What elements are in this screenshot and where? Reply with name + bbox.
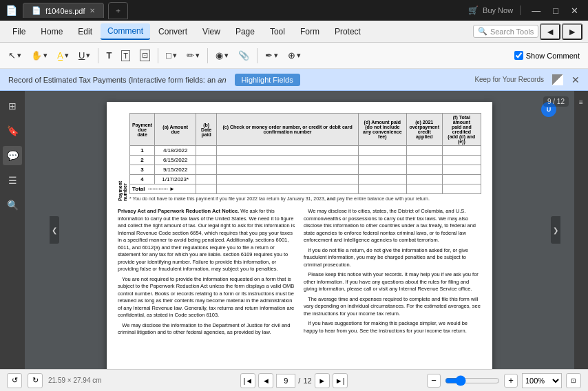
hand-icon: ✋ — [31, 50, 42, 61]
highlight-fields-button[interactable]: Highlight Fields — [235, 74, 300, 86]
table-row: 1 4/18/2022 — [130, 146, 481, 156]
menu-file[interactable]: File — [6, 24, 32, 39]
right-panel-toggle[interactable]: ≡ — [576, 96, 587, 107]
menu-convert[interactable]: Convert — [151, 24, 194, 39]
zoom-slider[interactable] — [445, 375, 500, 386]
statusbar-right: − + 100% 75% 125% 150% 200% ⊡ — [353, 373, 581, 388]
row-3-d — [406, 165, 442, 175]
notification-close-button[interactable]: ✕ — [571, 74, 580, 85]
scroll-right-indicator[interactable]: ❯ — [551, 216, 560, 244]
payment-table: Paymentduedate (a) Amountdue (b) Datepai… — [129, 113, 481, 194]
underline-icon: U — [78, 50, 85, 61]
zoom-out-button[interactable]: − — [427, 374, 441, 388]
col-amount-paid: (d) Amount paid(do not includeany conven… — [358, 114, 406, 146]
menu-tool[interactable]: Tool — [263, 24, 292, 39]
underline-tool-button[interactable]: U ▾ — [74, 46, 94, 65]
tab-file-icon: 📄 — [32, 6, 41, 15]
close-button[interactable]: ✕ — [567, 4, 582, 17]
tab-close-icon[interactable]: ✕ — [90, 7, 95, 14]
fit-page-button[interactable]: ⊡ — [566, 373, 581, 388]
row-3-f — [442, 165, 481, 175]
row-1-c — [358, 146, 406, 156]
toolbar-sep-3 — [207, 48, 208, 63]
row-3-a — [196, 165, 217, 175]
measure-tool-button[interactable]: ⊕ ▾ — [284, 46, 305, 65]
row-4-num: 4 — [130, 175, 155, 184]
panel-comments-button[interactable]: 💬 — [3, 146, 22, 165]
hand-dropdown-icon: ▾ — [43, 51, 48, 60]
minimize-button[interactable]: — — [527, 4, 545, 17]
first-page-button[interactable]: |◄ — [240, 373, 255, 388]
col-total: (f) Total amountpaid and credited(add (d… — [442, 114, 481, 146]
menu-edit[interactable]: Edit — [71, 24, 99, 39]
show-comment-area: Show Comment — [514, 51, 584, 60]
zoom-level-select[interactable]: 100% 75% 125% 150% 200% — [522, 373, 562, 388]
attach-icon: 📎 — [238, 50, 249, 61]
highlight-tool-button[interactable]: A̲ ▾ — [53, 46, 73, 65]
menu-view[interactable]: View — [196, 24, 227, 39]
stamp-tool-button[interactable]: ◉ ▾ — [211, 46, 233, 65]
attach-tool-button[interactable]: 📎 — [234, 46, 253, 65]
toolbar-sep-2 — [158, 48, 158, 63]
total-a — [196, 184, 217, 194]
privacy-r1: We may disclose it to cities, states, th… — [304, 208, 481, 244]
new-tab-button[interactable]: ＋ — [108, 2, 128, 19]
menu-page[interactable]: Page — [229, 24, 262, 39]
toolbar: ↖ ▾ ✋ ▾ A̲ ▾ U ▾ T T ⊡ □ ▾ ✏ ▾ ◉ ▾ 📎 ✒ ▾ — [0, 43, 588, 69]
row-4-c — [358, 175, 406, 184]
pdf-viewport[interactable]: U Paymentnumber Paymentduedate (a) Amoun… — [25, 91, 574, 369]
shape-tool-button[interactable]: □ ▾ — [162, 46, 181, 65]
rotate-ccw-button[interactable]: ↺ — [7, 373, 22, 388]
pdf-table-section: Paymentnumber Paymentduedate (a) Amountd… — [118, 113, 481, 201]
nav-back-button[interactable]: ◄ — [540, 23, 560, 40]
menu-home[interactable]: Home — [34, 24, 70, 39]
next-page-button[interactable]: ► — [315, 373, 330, 388]
statusbar-center: |◄ ◄ / 12 ► ►| — [240, 373, 347, 388]
total-b — [217, 184, 359, 194]
dimensions-label: 21.59 × 27.94 cm — [48, 377, 102, 384]
callout-tool-button[interactable]: ⊡ — [136, 46, 154, 65]
zoom-in-button[interactable]: + — [504, 374, 518, 388]
total-label: Total ············· ► — [130, 184, 196, 194]
keep-label: Keep for Your Records — [474, 76, 544, 83]
select-tool-button[interactable]: ↖ ▾ — [4, 46, 25, 65]
nav-forward-button[interactable]: ► — [562, 23, 582, 40]
tab-file[interactable]: 📄 f1040es.pdf ✕ — [23, 3, 104, 18]
titlebar-tabs: 📄 f1040es.pdf ✕ ＋ — [23, 2, 128, 19]
buy-now-label[interactable]: Buy Now — [483, 6, 513, 14]
row-2-c — [358, 156, 406, 165]
panel-bookmark-button[interactable]: 🔖 — [3, 121, 22, 140]
panel-search-button[interactable]: 🔍 — [3, 196, 22, 215]
page-number-input[interactable] — [276, 374, 295, 388]
row-3-num: 3 — [130, 165, 155, 175]
menu-comment[interactable]: Comment — [101, 23, 150, 40]
hand-tool-button[interactable]: ✋ ▾ — [27, 46, 52, 65]
menu-protect[interactable]: Protect — [328, 24, 368, 39]
row-3-date: 9/15/2022 — [155, 165, 196, 175]
row-2-a — [196, 156, 217, 165]
titlebar-separator — [520, 6, 521, 15]
maximize-button[interactable]: □ — [549, 4, 563, 17]
panel-layers-button[interactable]: ☰ — [3, 171, 22, 190]
row-1-b — [217, 146, 359, 156]
menu-form[interactable]: Form — [293, 24, 326, 39]
notification-message: Record of Estimated Tax Payments (Intera… — [8, 76, 227, 84]
scroll-left-indicator[interactable]: ❮ — [50, 216, 59, 244]
search-icon: 🔍 — [478, 27, 487, 36]
col-payment-due: Paymentduedate — [130, 114, 155, 146]
textbox-tool-button[interactable]: T — [117, 46, 134, 65]
show-comment-checkbox[interactable] — [514, 51, 523, 60]
row-4-f — [442, 175, 481, 184]
search-tools-area: 🔍 Search Tools — [473, 25, 538, 38]
rotate-cw-button[interactable]: ↻ — [28, 373, 43, 388]
draw-tool-button[interactable]: ✏ ▾ — [182, 46, 204, 65]
show-comment-label[interactable]: Show Comment — [526, 52, 580, 60]
prev-page-button[interactable]: ◄ — [258, 373, 273, 388]
signature-tool-button[interactable]: ✒ ▾ — [261, 46, 282, 65]
page-badge-text: 9 / 12 — [547, 98, 565, 105]
panel-thumbnail-button[interactable]: ⊞ — [3, 96, 22, 116]
last-page-button[interactable]: ►| — [333, 373, 348, 388]
row-1-f — [442, 146, 481, 156]
text-tool-button[interactable]: T — [102, 46, 116, 65]
notification-bar: Record of Estimated Tax Payments (Intera… — [0, 69, 588, 91]
